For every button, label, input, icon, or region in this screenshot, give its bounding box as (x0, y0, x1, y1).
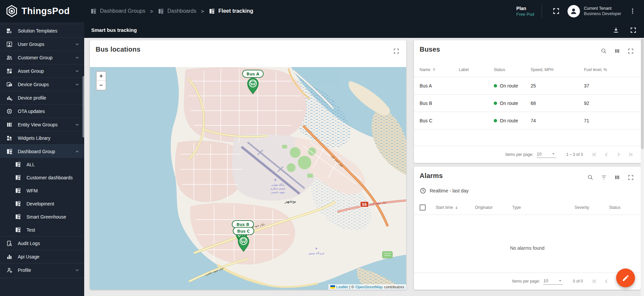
column-header-type[interactable]: Type (512, 205, 575, 210)
bus-row-bus-b[interactable]: Bus BOn route6892 (414, 95, 641, 112)
bus-row-bus-c[interactable]: Bus COn route7471 (414, 112, 641, 129)
sidebar-item-label: Dashboard Group (18, 149, 55, 154)
buses-table-body: Bus AOn route2537Bus BOn route6892Bus CO… (414, 77, 641, 129)
sidebar-item-solution-templates[interactable]: Solution Templates (0, 24, 84, 37)
solution-templates-icon (6, 27, 13, 34)
page-size-select[interactable]: 10 (543, 278, 563, 285)
ukraine-flag-icon (330, 285, 335, 289)
expand-widget-icon[interactable] (625, 172, 636, 183)
sidebar-item-user-groups[interactable]: User Groups (0, 37, 84, 51)
app-logo[interactable]: ThingsPod (0, 5, 79, 17)
expand-dashboard-icon[interactable] (627, 24, 639, 36)
dashboard-group-icon (6, 148, 13, 155)
sidebar-subitem-label: Development (26, 201, 54, 206)
sidebar-subitem-test[interactable]: Test (0, 223, 84, 236)
zoom-in-button[interactable]: + (97, 72, 106, 81)
dashboard-group-icon (15, 214, 21, 220)
sidebar-item-profile[interactable]: Profile (0, 263, 84, 277)
attribution-separator: | © (349, 285, 354, 289)
sidebar-item-asset-group[interactable]: Asset Group (0, 64, 84, 77)
sidebar-item-customer-group[interactable]: Customer Group (0, 51, 84, 64)
sidebar-subitem-wfm[interactable]: WFM (0, 184, 84, 197)
fullscreen-icon[interactable] (549, 4, 563, 18)
first-page-button[interactable] (589, 149, 600, 160)
expand-widget-icon[interactable] (391, 46, 401, 56)
breadcrumb-item-fleet-tracking[interactable]: Fleet tracking (209, 8, 253, 14)
sidebar-item-label: Api Usage (18, 254, 40, 259)
column-header-name[interactable]: Name (420, 67, 459, 72)
next-page-button[interactable] (613, 149, 624, 160)
column-header-severity[interactable]: Severity (575, 205, 609, 210)
columns-icon[interactable] (612, 172, 623, 183)
svg-text:55: 55 (362, 203, 367, 206)
bus-a-tooltip[interactable]: Bus A (243, 70, 263, 77)
bus-b-tooltip[interactable]: Bus B (232, 221, 254, 228)
sidebar-subitem-all[interactable]: ALL (0, 158, 84, 171)
bus-row-bus-a[interactable]: Bus AOn route2537 (414, 77, 641, 95)
sidebar-subitem-label: Test (26, 227, 35, 233)
avatar[interactable] (568, 5, 580, 17)
download-icon[interactable] (610, 24, 622, 36)
dashboard-group-icon (15, 227, 21, 233)
sidebar-scrollbar-thumb[interactable] (83, 76, 84, 137)
sidebar-item-ota-updates[interactable]: OTA updates (0, 104, 84, 118)
more-menu-icon[interactable] (626, 4, 639, 18)
edit-dashboard-fab[interactable] (616, 269, 635, 287)
alarms-table-header: Start timeOriginatorTypeSeverityStatus (414, 200, 641, 215)
select-all-checkbox[interactable] (420, 204, 426, 211)
sidebar-item-audit-logs[interactable]: Audit Logs (0, 236, 84, 250)
sidebar-item-entity-view-groups[interactable]: Entity View Groups (0, 118, 84, 131)
sidebar-item-api-usage[interactable]: Api Usage (0, 250, 84, 263)
bus-status: On route (494, 101, 531, 106)
column-header-status[interactable]: Status (609, 205, 641, 210)
sort-asc-icon (432, 67, 436, 72)
column-header-fuel-level-[interactable]: Fuel level, % (584, 67, 641, 72)
sidebar-subitem-customer-dashboards[interactable]: Customer dashboards (0, 171, 84, 184)
scrollbar-thumb[interactable] (641, 39, 644, 149)
column-header-speed-mph[interactable]: Speed, MPH (531, 67, 584, 72)
map-zoom-control: + − (96, 71, 106, 91)
sort-desc-icon (454, 205, 459, 210)
sidebar-subitem-label: ALL (26, 162, 35, 167)
sidebar-subitem-development[interactable]: Development (0, 197, 84, 210)
page-scrollbar[interactable] (641, 38, 644, 296)
expand-widget-icon[interactable] (625, 46, 636, 56)
leaflet-link[interactable]: Leaflet (336, 285, 348, 289)
sidebar-item-device-groups[interactable]: Device Groups (0, 77, 84, 91)
sidebar-subitem-smart-greenhouse[interactable]: Smart Greenhouse (0, 210, 84, 223)
dashboard-content: Bus locations (84, 38, 644, 296)
column-header-start-time[interactable]: Start time (436, 205, 475, 210)
bus-c-tooltip[interactable]: Bus C (233, 227, 254, 235)
column-header-label[interactable]: Label (459, 67, 494, 72)
tenant-info: Current Tenant Business Developer (584, 6, 621, 16)
breadcrumb-item-dashboard-groups[interactable]: Dashboard Groups (90, 8, 145, 14)
alarms-time-window[interactable]: Realtime - last day (414, 183, 641, 194)
chevron-down-icon (74, 41, 80, 47)
map[interactable]: بوشهر ✈ پایگاه هوایی ششم شکاری شهید یاسی… (90, 67, 406, 290)
chevron-down-icon (74, 68, 80, 74)
zoom-out-button[interactable]: − (97, 81, 106, 90)
sidebar-item-dashboard-group[interactable]: Dashboard Group (0, 144, 84, 158)
sidebar-item-label: Solution Templates (18, 28, 57, 34)
column-header-originator[interactable]: Originator (475, 205, 512, 210)
caret-down-icon (551, 151, 556, 157)
osm-link[interactable]: OpenStreetMap (356, 285, 383, 289)
sidebar-item-widgets-library[interactable]: Widgets Library (0, 131, 84, 144)
map-canvas[interactable]: بوشهر ✈ پایگاه هوایی ششم شکاری شهید یاسی… (90, 67, 406, 290)
route-shield-55: 55 (360, 201, 369, 207)
last-page-button[interactable] (625, 149, 636, 160)
first-page-button[interactable] (589, 276, 600, 287)
search-icon[interactable] (598, 46, 609, 56)
sidebar-item-device-profile[interactable]: Device profile (0, 91, 84, 104)
widget-title-bus-locations: Bus locations (96, 46, 141, 53)
alarms-empty-state: No alarms found (414, 224, 641, 272)
filter-icon[interactable] (598, 172, 609, 183)
previous-page-button[interactable] (601, 149, 612, 160)
previous-page-button[interactable] (601, 276, 612, 287)
column-header-status[interactable]: Status (494, 67, 531, 72)
page-size-select[interactable]: 10 (537, 151, 556, 158)
audit-logs-icon (6, 240, 13, 247)
columns-icon[interactable] (612, 46, 623, 56)
search-icon[interactable] (585, 172, 596, 183)
breadcrumb-item-dashboards[interactable]: Dashboards (158, 8, 196, 14)
